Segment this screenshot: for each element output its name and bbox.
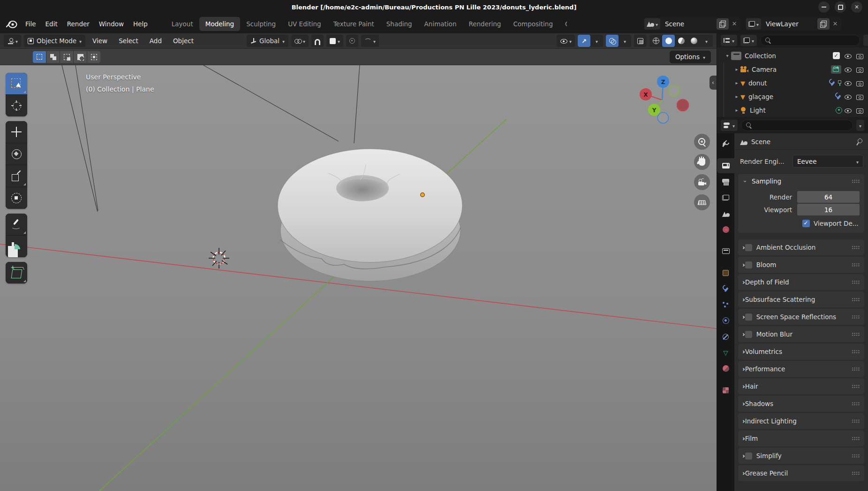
section-simplify[interactable]: Simplify: [738, 448, 864, 464]
section-indirect-lighting[interactable]: Indirect Lighting: [738, 413, 864, 429]
outliner-row-glacage[interactable]: glaçage: [717, 90, 868, 103]
scene-browse-button[interactable]: [644, 18, 660, 30]
menu-file[interactable]: File: [21, 18, 41, 30]
outliner-row-collection[interactable]: Collection: [717, 49, 868, 62]
section-depth-of-field[interactable]: Depth of Field: [738, 274, 864, 290]
tab-texture-paint[interactable]: Texture Paint: [327, 17, 380, 31]
close-button[interactable]: [851, 1, 862, 13]
section-film[interactable]: Film: [738, 430, 864, 446]
panel-grip-handle[interactable]: [852, 315, 860, 319]
tab-physics[interactable]: [717, 313, 734, 328]
hide-eye-toggle[interactable]: [844, 93, 852, 100]
transform-orientation-select[interactable]: Global: [247, 35, 288, 47]
menu-edit[interactable]: Edit: [41, 18, 62, 30]
breadcrumb-scene-label[interactable]: Scene: [751, 138, 770, 146]
panel-grip-handle[interactable]: [852, 454, 860, 458]
panel-grip-handle[interactable]: [852, 384, 860, 388]
menu-object[interactable]: Object: [169, 35, 198, 47]
tool-scale[interactable]: [6, 165, 27, 187]
shading-wireframe-button[interactable]: [649, 35, 662, 47]
viewlayer-new-copy-button[interactable]: [817, 18, 830, 30]
mesh-data-icon[interactable]: [838, 80, 842, 86]
tab-texture[interactable]: [717, 383, 734, 398]
render-visibility-toggle[interactable]: [856, 93, 863, 100]
hide-eye-toggle[interactable]: [844, 66, 852, 73]
section-checkbox[interactable]: [745, 331, 752, 338]
menu-window[interactable]: Window: [94, 18, 128, 30]
tab-collection[interactable]: [717, 244, 734, 259]
3d-cursor[interactable]: [209, 248, 229, 269]
blender-logo-icon[interactable]: [6, 19, 18, 29]
properties-filter-dropdown[interactable]: [856, 120, 864, 131]
tab-object[interactable]: [717, 265, 734, 280]
outliner-row-camera[interactable]: Camera: [717, 62, 868, 76]
snap-target-select[interactable]: [326, 35, 343, 47]
viewlayer-name[interactable]: ViewLayer: [761, 20, 817, 28]
pin-icon[interactable]: [856, 138, 862, 146]
menu-help[interactable]: Help: [128, 18, 152, 30]
render-visibility-toggle[interactable]: [856, 80, 863, 86]
select-mode-intersect[interactable]: [87, 51, 100, 63]
render-visibility-toggle[interactable]: [856, 53, 863, 59]
section-volumetrics[interactable]: Volumetrics: [738, 344, 864, 360]
shading-material-button[interactable]: [675, 35, 687, 47]
outliner-filter-select[interactable]: [740, 35, 757, 46]
outliner-display-mode-select[interactable]: [721, 35, 737, 46]
scene-unlink-button[interactable]: [729, 20, 740, 27]
viewlayer-remove-button[interactable]: [830, 20, 841, 27]
section-subsurface-scattering[interactable]: Subsurface Scattering: [738, 292, 864, 307]
outliner-item-label[interactable]: glaçage: [748, 93, 773, 100]
panel-grip-handle[interactable]: [852, 246, 860, 249]
gizmo-y-negative[interactable]: [669, 85, 679, 96]
xray-toggle[interactable]: [634, 35, 647, 47]
section-screen-space-reflections[interactable]: Screen Space Reflections: [738, 309, 864, 325]
collection-checkbox[interactable]: [833, 52, 840, 59]
outliner-search-input[interactable]: [760, 35, 860, 46]
menu-view[interactable]: View: [88, 35, 112, 47]
render-visibility-toggle[interactable]: [856, 107, 863, 114]
select-mode-subtract[interactable]: [60, 51, 73, 63]
camera-view-button[interactable]: [694, 174, 710, 190]
show-overlays-toggle[interactable]: [606, 35, 619, 47]
navigation-gizmo[interactable]: Z X Y: [634, 70, 690, 125]
tab-modeling[interactable]: Modeling: [199, 17, 240, 31]
shading-dropdown[interactable]: [700, 35, 713, 47]
select-mode-new[interactable]: [33, 51, 46, 63]
snap-toggle-button[interactable]: [311, 35, 324, 47]
tab-render[interactable]: [717, 158, 734, 173]
section-checkbox[interactable]: [745, 453, 752, 460]
section-shadows[interactable]: Shadows: [738, 396, 864, 412]
show-hide-select[interactable]: [557, 35, 575, 47]
tool-add-cube[interactable]: [6, 262, 27, 284]
tab-constraints[interactable]: [717, 329, 734, 344]
gizmo-dropdown[interactable]: [590, 35, 603, 47]
outliner-item-label[interactable]: Collection: [745, 52, 776, 60]
tab-scene[interactable]: [717, 206, 734, 221]
outliner-filter-button[interactable]: [863, 35, 868, 46]
tool-cursor[interactable]: [6, 95, 27, 116]
tool-select-box[interactable]: [6, 73, 27, 94]
section-motion-blur[interactable]: Motion Blur: [738, 326, 864, 342]
viewlayer-browse-button[interactable]: [746, 18, 761, 30]
tab-compositing[interactable]: Compositing: [507, 17, 559, 31]
pivot-point-select[interactable]: [291, 35, 309, 47]
panel-grip-handle[interactable]: [852, 280, 860, 284]
section-checkbox[interactable]: [745, 314, 752, 321]
viewport-canvas[interactable]: User Perspective (0) Collection | Plane: [0, 65, 717, 491]
options-button[interactable]: Options: [670, 51, 711, 63]
properties-editor-type-select[interactable]: [721, 120, 738, 131]
disclosure-triangle-icon[interactable]: [733, 107, 740, 113]
overlays-dropdown[interactable]: [619, 35, 631, 47]
tab-world[interactable]: [717, 222, 734, 237]
tab-animation[interactable]: Animation: [418, 17, 463, 31]
shading-rendered-button[interactable]: [687, 35, 700, 47]
outliner-item-label[interactable]: Camera: [752, 66, 777, 73]
menu-render[interactable]: Render: [62, 18, 94, 30]
tool-rotate[interactable]: [6, 143, 27, 165]
panel-grip-handle[interactable]: [852, 367, 860, 371]
section-checkbox[interactable]: [745, 244, 752, 251]
panel-grip-handle[interactable]: [852, 263, 860, 267]
sampling-panel-header[interactable]: Sampling: [738, 174, 864, 188]
zoom-button[interactable]: [694, 134, 710, 150]
tab-rendering[interactable]: Rendering: [462, 17, 507, 31]
